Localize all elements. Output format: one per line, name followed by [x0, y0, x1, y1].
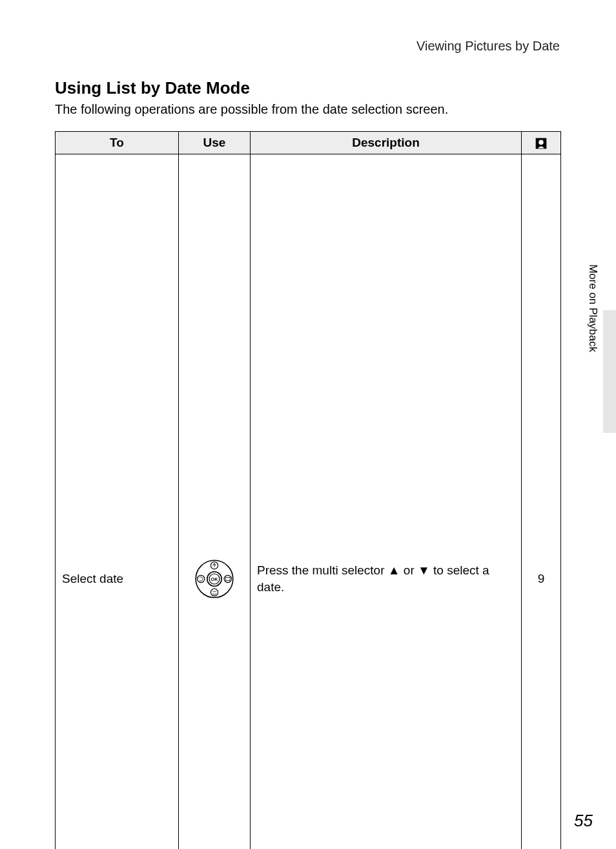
table-row: Select date OK [56, 154, 561, 850]
section-header: Viewing Pictures by Date [55, 39, 561, 54]
cell-use: OK [179, 154, 251, 850]
page-number: 55 [574, 811, 593, 831]
svg-point-7 [210, 589, 218, 596]
svg-text:OK: OK [211, 576, 219, 582]
col-use: Use [179, 132, 251, 154]
col-description: Description [251, 132, 522, 154]
operations-table: To Use Description Select date [55, 131, 561, 849]
side-section-label: More on Playback [586, 264, 599, 352]
intro-text: The following operations are possible fr… [55, 102, 561, 117]
col-page-ref [522, 132, 561, 154]
svg-rect-10 [226, 577, 230, 580]
page-ref-icon [535, 137, 548, 150]
cell-description: Press the multi selector ▲ or ▼ to selec… [251, 154, 522, 850]
thumb-tab [603, 310, 616, 433]
svg-point-8 [198, 575, 205, 582]
svg-point-1 [539, 140, 544, 145]
col-to: To [56, 132, 179, 154]
manual-page: Viewing Pictures by Date Using List by D… [0, 0, 616, 849]
table-header-row: To Use Description [56, 132, 561, 154]
page-title: Using List by Date Mode [55, 78, 561, 98]
cell-page-ref: 9 [522, 154, 561, 850]
svg-point-9 [224, 575, 231, 582]
multi-selector-icon: OK [194, 558, 235, 600]
cell-to: Select date [56, 154, 179, 850]
